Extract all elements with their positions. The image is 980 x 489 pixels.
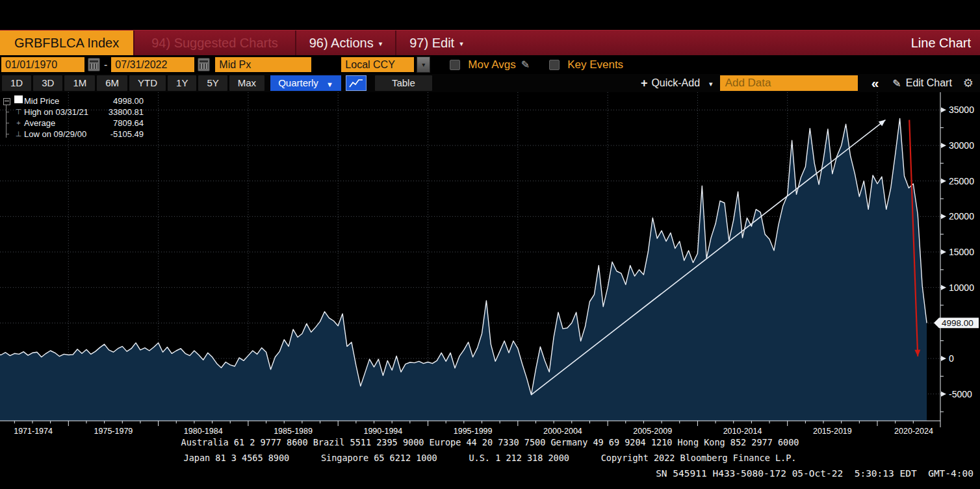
legend-row-2[interactable]: +Average7809.64 [3,118,144,129]
date-range-separator: - [103,59,109,71]
key-events-checkbox[interactable] [549,60,560,70]
edit-chart-button[interactable]: ✎ Edit Chart [887,77,957,90]
contact-numbers-line-2: Japan 81 3 4565 8900 Singapore 65 6212 1… [0,453,980,463]
range-button-max[interactable]: Max [229,75,264,91]
titlebar-spacer [476,31,902,56]
edit-chart-label: Edit Chart [906,77,952,89]
range-button-ytd[interactable]: YTD [129,75,166,91]
quick-add-button[interactable]: + Quick-Add ▾ [641,77,713,90]
x-tick-label: 1990-1994 [363,427,402,434]
calendar-icon[interactable] [198,58,210,71]
calendar-icon[interactable] [88,58,100,71]
chevron-down-icon: ▾ [422,61,425,68]
contact-numbers-line-1: Australia 61 2 9777 8600 Brazil 5511 239… [0,437,980,447]
currency-field[interactable]: Local CCY [341,57,414,72]
uptrend-arrow-head [879,120,886,127]
actions-menu[interactable]: 96) Actions ▾ [295,31,395,56]
y-tick-arrow-icon [941,214,946,219]
y-tick-label: 10000 [949,282,974,293]
y-tick-arrow-icon [941,356,946,361]
start-date-field[interactable]: 01/01/1970 [1,57,84,72]
add-data-input[interactable]: Add Data [720,75,858,91]
command-line-strip[interactable] [0,0,980,30]
gear-icon[interactable]: ⚙ [959,76,980,90]
line-chart-type-button[interactable] [346,75,367,91]
pencil-icon[interactable]: ✎ [521,58,530,71]
legend-row-1[interactable]: ⊤High on 03/31/2133800.81 [3,107,144,118]
legend-label: High on 03/31/21 [24,107,109,118]
y-tick-arrow-icon [941,143,946,148]
x-tick-label: 1971-1974 [14,427,53,434]
terminal-footer: Australia 61 2 9777 8600 Brazil 5511 239… [0,434,980,489]
y-tick-label: 30000 [949,140,974,151]
high-whisker-marker: ⊤ [13,107,24,118]
chart-legend: Mid Price4998.00⊤High on 03/31/2133800.8… [3,95,144,140]
y-tick-label: 15000 [949,247,974,257]
mov-avgs-checkbox[interactable] [450,60,460,70]
y-tick-arrow-icon [941,392,946,397]
chart-settings-bar: 01/01/1970 - 07/31/2022 Mid Px Local CCY… [0,55,980,74]
end-date-field[interactable]: 07/31/2022 [111,57,194,72]
range-button-3d[interactable]: 3D [33,75,62,91]
y-tick-label: 20000 [949,211,974,221]
range-button-1y[interactable]: 1Y [168,75,196,91]
legend-value: 7809.64 [113,118,144,129]
collapse-panel-button[interactable]: « [865,75,886,91]
x-tick-label: 1985-1989 [274,427,313,434]
range-button-6m[interactable]: 6M [97,75,127,91]
y-tick-label: 25000 [949,176,974,186]
last-price-tag-text: 4998.00 [942,318,974,328]
chevron-down-icon: ▾ [379,40,383,48]
table-button[interactable]: Table [375,75,432,91]
plus-icon: + [641,77,648,90]
y-tick-arrow-icon [941,179,946,184]
legend-label: Average [24,118,113,129]
edit-label: 97) Edit [409,36,454,51]
y-tick-arrow-icon [941,107,946,112]
legend-row-3[interactable]: ⊥Low on 09/29/00-5105.49 [3,129,144,140]
legend-row-0[interactable]: Mid Price4998.00 [3,95,144,107]
y-tick-arrow-icon [941,285,946,290]
low-whisker-marker: ⊥ [13,129,24,140]
legend-value: -5105.49 [110,129,144,140]
edit-menu[interactable]: 97) Edit ▾ [395,31,476,56]
x-tick-label: 1995-1999 [454,427,493,434]
legend-collapse-icon[interactable] [3,98,10,105]
x-tick-label: 2000-2004 [543,427,582,434]
legend-label: Mid Price [24,95,113,107]
x-tick-label: 2005-2009 [633,427,672,434]
mov-avgs-label[interactable]: Mov Avgs [468,58,515,71]
y-tick-label: -5000 [949,389,972,399]
view-title: Line Chart [902,31,980,56]
bloomberg-terminal-window: GRBFBLCA Index 94) Suggested Charts 96) … [0,0,980,489]
pencil-icon: ✎ [892,77,901,90]
y-tick-label: 0 [949,353,954,364]
price-type-field[interactable]: Mid Px [215,57,311,72]
range-button-1m[interactable]: 1M [64,75,95,91]
legend-value: 4998.00 [113,95,144,107]
title-bar: GRBFBLCA Index 94) Suggested Charts 96) … [0,30,980,56]
range-button-group: 1D3D1M6MYTD1Y5YMax [2,75,264,91]
currency-dropdown-button[interactable]: ▾ [417,56,430,73]
x-tick-label: 2020-2024 [894,427,933,434]
chevron-down-icon: ▾ [709,80,713,88]
legend-label: Low on 09/29/00 [24,129,110,140]
white-square-swatch [14,95,23,103]
ticker-tab[interactable]: GRBFBLCA Index [0,31,133,56]
y-tick-arrow-icon [941,249,946,255]
chart-toolbar: 1D3D1M6MYTD1Y5YMax Quarterly ▼ Table + Q… [0,74,980,92]
x-tick-label: 1980-1984 [184,427,223,434]
range-button-1d[interactable]: 1D [2,75,31,91]
chart-area[interactable]: -500001000015000200002500030000350004998… [0,92,980,434]
quick-add-label: Quick-Add [651,77,700,89]
chevron-down-icon: ▼ [326,81,333,88]
line-chart-icon [349,79,363,88]
x-tick-label: 2010-2014 [723,427,762,434]
price-area-fill [0,118,927,421]
price-chart-svg[interactable]: -500001000015000200002500030000350004998… [0,92,980,434]
actions-label: 96) Actions [309,36,374,51]
suggested-charts-menu[interactable]: 94) Suggested Charts [133,31,295,56]
period-selector[interactable]: Quarterly ▼ [270,75,341,91]
key-events-label[interactable]: Key Events [567,58,623,71]
range-button-5y[interactable]: 5Y [198,75,227,91]
